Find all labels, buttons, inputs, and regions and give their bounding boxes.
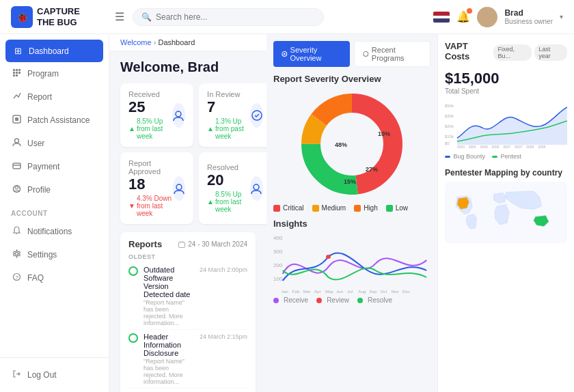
sidebar: ⊞ Dashboard Program Report Patch Assista… [0, 34, 109, 392]
svg-point-1 [480, 19, 495, 27]
tab-recent-programs[interactable]: Recent Programs [354, 41, 430, 67]
svg-rect-26 [179, 242, 185, 247]
vapt-filter-type[interactable]: Fixed, Bu... [493, 44, 532, 61]
layout: ⊞ Dashboard Program Report Patch Assista… [0, 34, 574, 392]
vapt-total: $15,000 [445, 70, 567, 87]
svg-text:15%: 15% [344, 178, 356, 185]
reports-header: Reports 24 - 30 March 2024 [128, 239, 247, 249]
svg-text:0007: 0007 [515, 145, 522, 148]
legend-high: High [354, 204, 378, 212]
report-item[interactable]: Outdated TLS Versions 1.0 and 1.1 Enable… [128, 389, 247, 392]
dashboard-icon: ⊞ [12, 46, 23, 56]
notification-badge [467, 8, 472, 14]
report-section: OLDESTOutdated Software Version Detected… [128, 253, 247, 392]
profile-icon [11, 184, 22, 195]
stat-icon-received [172, 103, 185, 128]
vapt-label: Total Spent [445, 87, 567, 95]
sidebar-item-report[interactable]: Report [0, 85, 109, 109]
svg-text:Feb: Feb [292, 290, 301, 294]
report-time: 24 March 2:00pm [200, 266, 247, 273]
report-item[interactable]: Header Information Disclosure"Report Nam… [128, 330, 247, 389]
sidebar-item-notifications[interactable]: Notifications [0, 220, 109, 243]
map-section: Pentester Mapping by country [445, 168, 567, 243]
header-right: 🔔 Brad Business owner ▾ [433, 7, 563, 27]
svg-text:Jun: Jun [336, 290, 343, 294]
faq-icon: ? [11, 272, 22, 283]
content-area: Welcome, Brad Received 25 ▲8.5% Up from … [109, 51, 266, 392]
legend-medium: Medium [312, 204, 346, 212]
svg-text:$20k: $20k [445, 124, 454, 128]
svg-text:Aug: Aug [358, 290, 366, 294]
svg-text:100: 100 [273, 277, 282, 282]
resolve-dot [357, 298, 363, 303]
sidebar-item-dashboard[interactable]: ⊞ Dashboard [5, 40, 103, 62]
flag-icon[interactable] [433, 12, 450, 23]
svg-text:400: 400 [273, 236, 282, 241]
stat-change-review: ▲1.3% Up from past week [207, 117, 250, 140]
insights-title: Insights [273, 219, 430, 229]
donut-legend: Critical Medium High Low [273, 204, 430, 212]
svg-rect-9 [16, 74, 18, 76]
sidebar-item-settings[interactable]: Settings [0, 243, 109, 266]
reports-section: Reports 24 - 30 March 2024 OLDESTOutdate… [120, 232, 256, 392]
report-name: Header Information Disclosure [144, 333, 194, 357]
vapt-filter-buttons: Fixed, Bu... Last year [493, 44, 567, 61]
svg-text:Nov: Nov [392, 290, 399, 294]
tab-severity-overview[interactable]: Severity Overview [273, 41, 350, 67]
svg-point-18 [15, 253, 18, 255]
svg-rect-11 [15, 117, 18, 121]
legend-review: Review [316, 296, 349, 304]
severity-tabs: Severity Overview Recent Programs [273, 41, 430, 67]
report-item[interactable]: Outdated Software Version Detected date"… [128, 263, 247, 330]
svg-rect-8 [13, 74, 15, 76]
stat-info-approved: Report Approved 18 ▼4.3% Down from last … [128, 159, 173, 217]
stat-card-resolved: Resolved 20 ▲8.5% Up from last week [199, 152, 266, 224]
report-status-dot [128, 266, 138, 276]
page-title: Welcome, Brad [120, 59, 256, 75]
bell-icon[interactable]: 🔔 [456, 10, 470, 23]
stat-info-received: Received 25 ▲8.5% Up from last week [128, 90, 172, 140]
vapt-filter-period[interactable]: Last year [534, 44, 567, 61]
logo-text: CAPTURE THE BUG [37, 6, 80, 27]
right-panel: VAPT Costs Fixed, Bu... Last year $15,00… [437, 34, 574, 392]
report-icon [11, 92, 22, 102]
sidebar-item-user[interactable]: User [0, 132, 109, 155]
chevron-down-icon[interactable]: ▾ [560, 13, 563, 20]
sidebar-item-faq[interactable]: ? FAQ [0, 266, 109, 290]
svg-text:?: ? [15, 275, 18, 281]
low-color [386, 205, 393, 212]
sidebar-item-profile[interactable]: Profile [0, 178, 109, 201]
stat-change-resolved: ▲8.5% Up from last week [207, 191, 250, 213]
report-name: Outdated Software Version Detected date [144, 266, 194, 298]
breadcrumb: Welcome › Dashboard [109, 34, 266, 51]
bug-bounty-dot [445, 156, 450, 158]
logout-button[interactable]: Log Out [0, 363, 109, 387]
report-status-dot [128, 333, 138, 343]
breadcrumb-home[interactable]: Welcome [120, 38, 152, 46]
sidebar-item-payment[interactable]: Payment [0, 155, 109, 178]
svg-text:0004: 0004 [469, 145, 476, 148]
user-info: Brad Business owner [504, 8, 553, 25]
breadcrumb-current: Dashboard [158, 38, 195, 46]
svg-rect-7 [18, 72, 20, 74]
search-input[interactable] [156, 12, 315, 22]
logo: 🐞 CAPTURE THE BUG [11, 6, 107, 28]
hamburger-icon[interactable]: ☰ [115, 10, 124, 23]
header: 🐞 CAPTURE THE BUG ☰ 🔍 🔔 Brad Business ow… [0, 0, 574, 34]
sidebar-item-patch[interactable]: Patch Assistance [0, 109, 109, 132]
svg-text:27%: 27% [366, 166, 378, 173]
report-time: 24 March 2:15pm [200, 333, 247, 340]
legend-critical: Critical [273, 204, 304, 212]
svg-rect-4 [18, 69, 20, 71]
svg-text:May: May [325, 290, 333, 294]
legend-receive: Receive [273, 296, 308, 304]
notifications-icon [11, 226, 22, 237]
wave-legend: Receive Review Resolve [273, 296, 430, 304]
svg-text:Mar: Mar [303, 290, 311, 294]
sidebar-item-program[interactable]: Program [0, 62, 109, 85]
search-bar[interactable]: 🔍 [133, 8, 324, 26]
svg-text:$0: $0 [445, 141, 450, 145]
svg-point-31 [364, 52, 368, 57]
stat-icon-approved [173, 176, 185, 201]
stat-change-approved: ▼4.3% Down from last week [128, 195, 173, 217]
